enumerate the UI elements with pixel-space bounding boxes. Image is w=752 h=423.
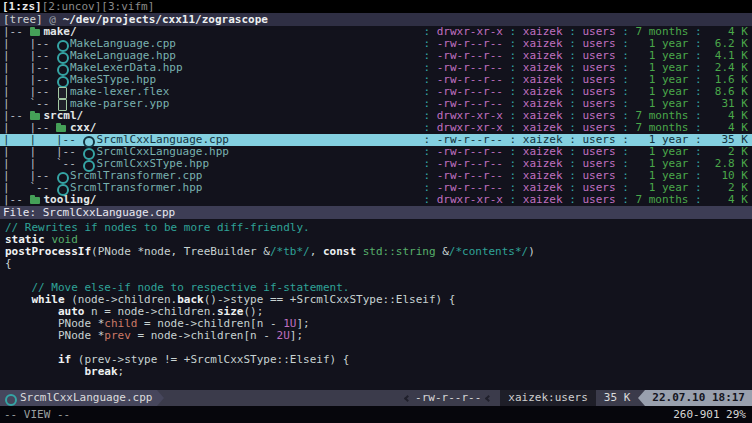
code-line: // Rewrites if nodes to be more diff-fri… [5,222,752,234]
status-owner-group: xaizek:users [500,390,595,406]
gear-icon [82,135,94,145]
powerline-arrow-right-icon [157,390,164,406]
chevron-left-icon [404,394,411,401]
gear-icon [56,183,68,193]
code-line: postProcessIf(PNode *node, TreeBuilder &… [5,246,752,258]
tree-row[interactable]: |-- tooling/: drwxr-xr-x : xaizek : user… [0,194,752,206]
file-tree: |-- make/: drwxr-xr-x : xaizek : users :… [0,26,752,206]
status-right-group: -rw-r--r-- xaizek:users 35 K 22.07.10 18… [400,390,752,406]
mode-indicator: -- VIEW -- [4,409,70,421]
preview-file-bar: File: SrcmlCxxLanguage.cpp [0,206,752,219]
status-datetime: 22.07.10 18:17 [645,390,752,406]
preview-file-label: File: [3,207,43,219]
gear-icon [56,171,68,181]
gear-icon [82,147,94,157]
path-separator: @ [43,14,63,26]
status-permissions: -rw-r--r-- [415,392,481,404]
folder-icon [56,123,68,133]
code-line: { [5,258,752,270]
code-line: break; [5,366,752,378]
doc-icon [56,99,68,109]
folder-icon [30,111,42,121]
status-file-segment: SrcmlCxxLanguage.cpp [0,390,157,406]
gear-icon [4,393,16,403]
vifm-terminal: [1:zs][2:uncov][3:vifm] [tree] @ ~/dev/p… [0,0,752,423]
current-path: ~/dev/projects/cxx11/zograscope [63,14,268,26]
tab-2[interactable]: [2:uncov] [42,1,102,13]
gear-icon [56,75,68,85]
tab-3[interactable]: [3:vifm] [101,1,154,13]
scroll-position: 260-901 29% [673,409,746,421]
folder-icon [30,195,42,205]
file-meta: : drwxr-xr-x : xaizek : users : 7 months… [423,194,752,206]
gear-icon [82,159,94,169]
folder-icon [30,27,42,37]
gear-icon [56,39,68,49]
status-file-size: 35 K [596,392,639,404]
tree-branch: |-- [3,194,30,206]
gear-icon [56,63,68,73]
code-line [5,378,752,390]
status-bar: SrcmlCxxLanguage.cpp -rw-r--r-- xaizek:u… [0,390,752,406]
tab-bar: [1:zs][2:uncov][3:vifm] [0,0,752,13]
doc-icon [56,87,68,97]
view-mode-label: [tree] [3,14,43,26]
gear-icon [56,51,68,61]
preview-file-name: SrcmlCxxLanguage.cpp [43,207,175,219]
tab-1[interactable]: [1:zs] [2,1,42,13]
powerline-arrow-left-icon [638,390,645,406]
code-view: // Rewrites if nodes to be more diff-fri… [0,219,752,390]
command-line-bar: -- VIEW -- 260-901 29% [0,406,752,423]
status-file-name: SrcmlCxxLanguage.cpp [20,392,152,404]
file-name: make-parser.ypp [70,98,169,110]
chevron-left-icon [485,394,492,401]
code-line: PNode *prev = node->children[n - 2U]; [5,330,752,342]
file-name: tooling/ [44,194,97,206]
